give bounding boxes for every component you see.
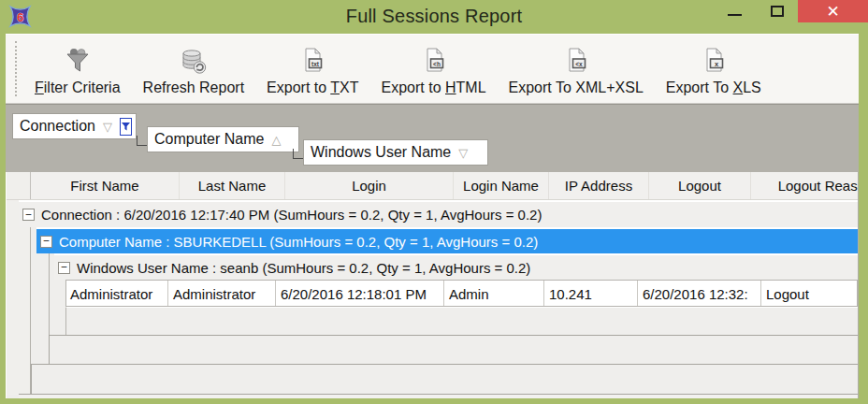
group-row-windows-user-name[interactable]: − Windows User Name : seanb (SumHours = …: [54, 253, 858, 280]
collapse-toggle[interactable]: −: [22, 209, 35, 221]
cell-last-name[interactable]: Administrator: [168, 281, 276, 307]
sort-desc-icon: ▽: [458, 146, 468, 160]
column-header-logout[interactable]: Logout: [649, 172, 751, 199]
close-button[interactable]: ✕: [798, 0, 868, 22]
cell-logout-reason[interactable]: Logout: [761, 281, 859, 307]
group-box-connection[interactable]: Connection ▽: [12, 113, 137, 139]
group-box-computer-name[interactable]: Computer Name △: [147, 126, 299, 152]
export-xml-icon: <x: [562, 45, 590, 77]
column-header-login-name[interactable]: Login Name: [454, 172, 549, 199]
group-row-windows-user-name-text: Windows User Name : seanb (SumHours = 0.…: [77, 260, 530, 276]
group-row-computer-name-text: Computer Name : SBURKEDELL (SumHours = 0…: [59, 234, 538, 250]
sessions-grid: First Name Last Name Login Login Name IP…: [6, 172, 859, 398]
toolbar: Filter Criteria Refresh Report: [6, 34, 859, 104]
cell-login-name[interactable]: Admin: [444, 281, 544, 307]
minimize-button[interactable]: [714, 0, 756, 22]
cell-login[interactable]: 6/20/2016 12:18:01 PM: [276, 281, 444, 307]
export-xls-label: Export To XLS: [666, 79, 761, 96]
row-indicator-header: [7, 172, 31, 199]
svg-text:txt: txt: [311, 61, 320, 67]
column-header-last-name[interactable]: Last Name: [180, 172, 285, 199]
group-box-windows-user-name[interactable]: Windows User Name ▽: [303, 139, 488, 166]
grid-bottom-strip: [19, 394, 858, 398]
collapse-toggle[interactable]: −: [58, 262, 70, 274]
export-xml-xsl-button[interactable]: <x Export To XML+XSL: [498, 35, 655, 103]
cell-ip-address[interactable]: 10.241: [544, 281, 638, 307]
export-html-button[interactable]: <h Export to HTML: [370, 35, 498, 103]
indent-guide-line: [49, 253, 50, 335]
group-row-connection[interactable]: − Connection : 6/20/2016 12:17:40 PM (Su…: [19, 200, 858, 227]
empty-grid-row: [65, 307, 858, 335]
connection-filter-button[interactable]: [120, 118, 132, 136]
table-row[interactable]: Administrator Administrator 6/20/2016 12…: [65, 280, 858, 307]
filter-criteria-label: Filter Criteria: [35, 79, 121, 96]
row-indicator-column: [7, 200, 31, 395]
toolbar-grip[interactable]: [15, 41, 20, 96]
refresh-database-icon: [179, 45, 208, 77]
export-txt-label: Export to TXT: [267, 79, 358, 96]
close-icon: ✕: [826, 4, 839, 20]
column-header-ip-address[interactable]: IP Address: [549, 172, 649, 199]
funnel-icon: [121, 122, 131, 132]
sort-asc-icon: △: [271, 133, 281, 147]
group-box-computer-name-label: Computer Name: [154, 131, 264, 148]
export-txt-button[interactable]: txt Export to TXT: [255, 35, 369, 103]
export-html-label: Export to HTML: [382, 79, 486, 96]
cell-logout[interactable]: 6/20/2016 12:32:: [638, 281, 761, 307]
group-footer-level-1: [31, 364, 858, 394]
sort-desc-icon: ▽: [103, 120, 112, 134]
collapse-toggle[interactable]: −: [40, 236, 52, 248]
group-connector: [293, 149, 303, 159]
column-header-logout-reason[interactable]: Logout Reason: [751, 172, 859, 199]
export-html-icon: <h: [420, 45, 448, 77]
group-by-panel: Connection ▽ Computer Name △ Windows Use…: [6, 104, 859, 172]
filter-criteria-button[interactable]: Filter Criteria: [23, 35, 132, 103]
filter-icon: [64, 45, 92, 77]
maximize-icon: [771, 6, 784, 17]
export-xml-xsl-label: Export To XML+XSL: [509, 79, 644, 96]
full-sessions-report-window: 6 Full Sessions Report ✕: [0, 0, 868, 404]
refresh-report-button[interactable]: Refresh Report: [132, 35, 256, 103]
column-header-login[interactable]: Login: [285, 172, 454, 199]
grid-header-row: First Name Last Name Login Login Name IP…: [7, 172, 858, 200]
refresh-report-label: Refresh Report: [143, 79, 245, 96]
titlebar: 6 Full Sessions Report ✕: [0, 0, 868, 34]
group-row-computer-name-selected[interactable]: − Computer Name : SBURKEDELL (SumHours =…: [36, 227, 858, 253]
svg-text:<h: <h: [433, 61, 441, 67]
cell-first-name[interactable]: Administrator: [65, 281, 168, 307]
group-box-windows-user-name-label: Windows User Name: [311, 144, 451, 161]
group-footer-level-2: [49, 335, 858, 364]
export-xls-button[interactable]: x Export To XLS: [655, 35, 773, 103]
svg-text:<x: <x: [575, 61, 583, 67]
column-header-first-name[interactable]: First Name: [31, 172, 180, 199]
group-connector: [137, 136, 147, 146]
group-box-connection-label: Connection: [20, 118, 95, 135]
maximize-button[interactable]: [756, 0, 798, 22]
export-txt-icon: txt: [298, 45, 326, 77]
minimize-icon: [728, 14, 742, 16]
export-xls-icon: x: [700, 45, 728, 77]
group-row-connection-text: Connection : 6/20/2016 12:17:40 PM (SumH…: [41, 207, 542, 223]
